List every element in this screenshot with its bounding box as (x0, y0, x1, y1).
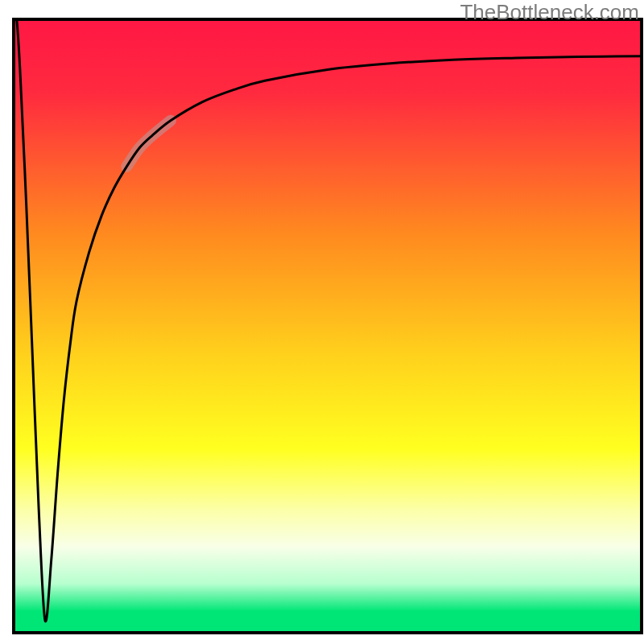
gradient-background (14, 19, 642, 633)
chart-stage: TheBottleneck.com (0, 0, 644, 644)
watermark-text: TheBottleneck.com (460, 0, 639, 25)
bottleneck-chart (0, 0, 644, 644)
